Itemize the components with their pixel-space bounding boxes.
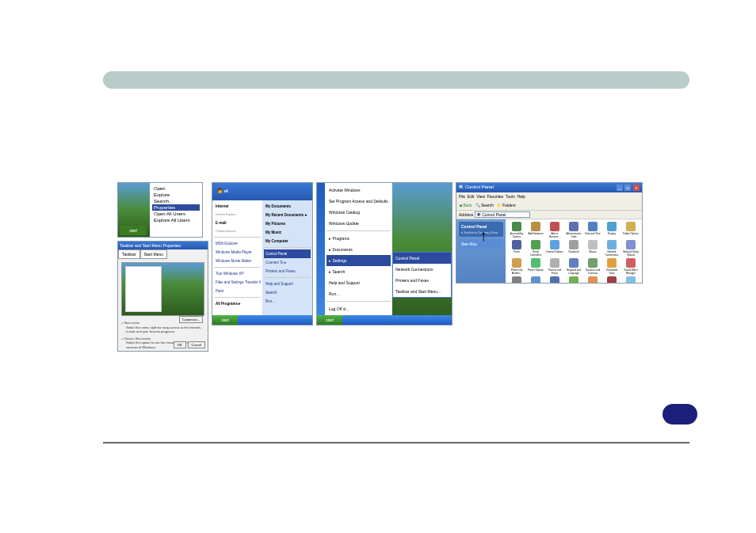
item-connect[interactable]: Connect To ▸ <box>264 258 311 267</box>
cp-icon[interactable]: Printers and Faxes <box>546 258 563 275</box>
menu-view[interactable]: View <box>476 194 485 199</box>
item-logoff[interactable]: Log Off vl... <box>326 303 391 314</box>
item-wmp[interactable]: Windows Media Player <box>214 248 261 257</box>
item-email-sub: Outlook Express <box>214 227 261 235</box>
cp-icon[interactable]: Add or Remove... <box>546 222 563 238</box>
menu-item-search[interactable]: Search... <box>152 198 200 204</box>
item-my-recent[interactable]: My Recent Documents ▸ <box>264 211 311 219</box>
item-activate[interactable]: Activate Windows <box>326 185 391 196</box>
cp-icon[interactable]: Internet Options <box>546 240 563 257</box>
maximize-button[interactable]: □ <box>624 185 631 191</box>
item-internet-sub: Internet Explorer <box>214 211 261 219</box>
start-button[interactable]: start <box>212 315 238 325</box>
cp-icon[interactable]: Folder Options <box>622 222 640 238</box>
cp-icon[interactable]: Mouse <box>584 240 601 257</box>
item-search[interactable]: ▸ Search <box>326 266 391 277</box>
cp-icon[interactable]: VIA Features Settings <box>603 276 620 284</box>
item-paint[interactable]: Paint <box>214 287 261 295</box>
cp-icon[interactable]: Power Options <box>527 258 544 275</box>
cp-icon[interactable]: Date and Time <box>584 222 601 238</box>
close-button[interactable]: × <box>633 185 640 191</box>
item-email[interactable]: E-mail <box>214 219 261 227</box>
item-my-docs[interactable]: My Documents <box>264 202 311 211</box>
item-help[interactable]: Help and Support <box>326 277 391 288</box>
item-run[interactable]: Run... <box>326 288 391 299</box>
tab-taskbar[interactable]: Taskbar <box>118 249 140 259</box>
settings-submenu: Control Panel Network Connections Printe… <box>392 252 452 298</box>
item-printers[interactable]: Printers and Faxes <box>264 267 311 276</box>
menu-tools[interactable]: Tools <box>506 194 515 199</box>
cp-icon[interactable]: Scheduled Tasks <box>603 258 620 275</box>
cp-icon[interactable]: Network Connections <box>603 240 620 257</box>
menu-favorites[interactable]: Favorites <box>487 194 504 199</box>
cp-icon[interactable]: System <box>546 276 563 284</box>
item-search[interactable]: Search <box>264 288 311 297</box>
customize-button[interactable]: Customize... <box>179 316 203 323</box>
cp-icon[interactable]: Wireless Link <box>622 276 640 284</box>
menu-item-explore[interactable]: Explore <box>152 192 200 198</box>
address-bar[interactable]: 🛠 Control Panel <box>475 211 531 218</box>
sub-printers[interactable]: Printers and Faxes <box>393 275 451 286</box>
sub-taskbar[interactable]: Taskbar and Start Menu... <box>393 286 451 297</box>
menu-file[interactable]: File <box>459 194 465 199</box>
item-my-music[interactable]: My Music <box>264 228 311 237</box>
footer-line <box>103 442 689 444</box>
start-button[interactable]: start <box>120 226 147 235</box>
item-run[interactable]: Run... <box>264 297 311 306</box>
cp-icon[interactable]: Sounds and Audio Devices <box>508 276 525 284</box>
menu-item-properties[interactable]: Properties <box>152 204 200 211</box>
search-button[interactable]: 🔍 Search <box>475 203 494 207</box>
item-update[interactable]: Windows Update <box>326 218 391 229</box>
cp-icon[interactable]: Network Setup Wizard <box>622 240 640 257</box>
item-programs[interactable]: ▸ Programs <box>326 233 391 244</box>
item-settings[interactable]: ▸ Settings <box>326 255 391 266</box>
ok-button[interactable]: OK <box>174 341 186 348</box>
menu-edit[interactable]: Edit <box>468 194 475 199</box>
cp-icon[interactable]: Game Controllers <box>527 240 544 257</box>
item-wmm[interactable]: Windows Movie Maker <box>214 257 261 265</box>
item-set-access[interactable]: Set Program Access and Defaults <box>326 196 391 207</box>
menu-item-open-all[interactable]: Open All Users <box>152 211 200 217</box>
item-documents[interactable]: ▸ Documents <box>326 244 391 255</box>
item-msn[interactable]: MSN Explorer <box>214 239 261 248</box>
item-tour[interactable]: Tour Windows XP <box>214 269 261 278</box>
start-menu-preview <box>121 262 204 316</box>
cp-icon[interactable]: Sound Effect Manager <box>622 258 640 275</box>
menu-help[interactable]: Help <box>517 194 525 199</box>
item-catalog[interactable]: Windows Catalog <box>326 207 391 218</box>
sub-control-panel[interactable]: Control Panel <box>393 253 451 264</box>
cp-icon[interactable]: Fonts <box>508 240 525 257</box>
item-help[interactable]: Help and Support <box>264 280 311 288</box>
context-menu: Open Explore Search... Properties Open A… <box>150 183 202 237</box>
cp-icon[interactable]: Taskbar and Start Menu <box>565 276 582 284</box>
cp-icon[interactable]: Administrative Tools <box>565 222 582 238</box>
sub-network[interactable]: Network Connections <box>393 264 451 275</box>
cp-icon[interactable]: Scanners and Cameras <box>584 258 601 275</box>
cp-icon[interactable]: Phone and Modem... <box>508 258 525 275</box>
page-button[interactable] <box>662 404 697 424</box>
cp-icon[interactable]: Add Hardware <box>527 222 544 238</box>
cp-icon[interactable]: Speech <box>527 276 544 284</box>
cancel-button[interactable]: Cancel <box>188 341 205 348</box>
folders-button[interactable]: 📁 Folders <box>497 203 516 207</box>
start-button[interactable]: start <box>317 315 342 325</box>
cp-icon[interactable]: Regional and Language <box>565 258 582 275</box>
tab-start-menu[interactable]: Start Menu <box>140 249 167 259</box>
screenshot-settings-submenu: Activate Windows Set Program Access and … <box>316 182 452 326</box>
item-control-panel[interactable]: Control Panel <box>264 249 311 258</box>
menu-item-explore-all[interactable]: Explore All Users <box>152 217 200 223</box>
item-my-pictures[interactable]: My Pictures <box>264 219 311 228</box>
cp-icon[interactable]: User Accounts <box>584 276 601 284</box>
user-header: 🧑 vl <box>212 183 312 200</box>
taskbar: start <box>212 315 312 325</box>
cp-icon[interactable]: Accessibility Options <box>508 222 525 238</box>
item-fast[interactable]: Files and Settings Transfer Wizard <box>214 278 261 287</box>
item-my-computer[interactable]: My Computer <box>264 237 311 246</box>
back-button[interactable]: ◀ Back <box>459 203 472 207</box>
cp-icon[interactable]: Display <box>603 222 620 238</box>
cp-icon[interactable]: Keyboard <box>565 240 582 257</box>
item-all-programs[interactable]: All Programs ▸ <box>214 299 261 308</box>
minimize-button[interactable]: _ <box>617 185 623 191</box>
item-internet[interactable]: Internet <box>214 202 261 211</box>
menu-item-open[interactable]: Open <box>152 185 200 192</box>
